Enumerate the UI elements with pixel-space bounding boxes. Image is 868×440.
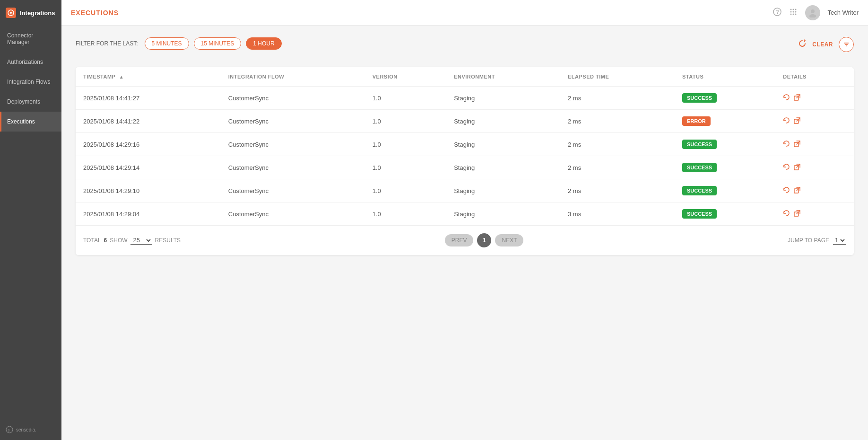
replay-icon[interactable] [783,210,790,218]
details-icons [783,186,846,195]
status-badge: SUCCESS [682,163,717,172]
sidebar-item-integration-flows[interactable]: Integration Flows [0,72,61,92]
sidebar-item-label: Connector Manager [7,32,33,45]
cell-version: 1.0 [365,156,446,179]
cell-timestamp: 2025/01/08 14:29:04 [76,202,221,226]
header-actions: ? [773,5,859,20]
status-badge: SUCCESS [682,140,717,149]
cell-integration-flow: CustomerSync [221,156,365,179]
open-icon[interactable] [794,187,800,195]
sidebar-item-label: Executions [7,118,35,125]
cell-integration-flow: CustomerSync [221,133,365,156]
cell-elapsed-time: 2 ms [560,133,675,156]
sidebar-item-executions[interactable]: Executions [0,112,61,132]
svg-text:?: ? [776,9,779,15]
sidebar-item-authorizations[interactable]: Authorizations [0,52,61,72]
cell-integration-flow: CustomerSync [221,202,365,226]
jump-page-select[interactable]: 1 [833,236,846,245]
sidebar-item-deployments[interactable]: Deployments [0,92,61,112]
cell-version: 1.0 [365,133,446,156]
cell-details [775,202,854,226]
svg-point-8 [795,9,796,10]
table-row: 2025/01/08 14:29:14 CustomerSync 1.0 Sta… [76,156,854,179]
help-icon[interactable]: ? [773,8,781,18]
app-logo: Integrations [0,0,61,26]
filter-5min-button[interactable]: 5 MINUTES [145,37,189,50]
cell-elapsed-time: 2 ms [560,87,675,110]
open-icon[interactable] [794,117,800,125]
sort-icon: ▲ [119,74,124,79]
status-badge: ERROR [682,116,711,126]
details-icons [783,94,846,102]
next-button[interactable]: NEXT [495,234,523,246]
show-per-page-select[interactable]: 25 10 50 100 [130,236,152,245]
cell-elapsed-time: 2 ms [560,156,675,179]
page-title: EXECUTIONS [71,9,773,17]
svg-point-1 [10,12,12,14]
table-row: 2025/01/08 14:41:22 CustomerSync 1.0 Sta… [76,110,854,133]
col-environment: ENVIRONMENT [446,67,560,87]
replay-icon[interactable] [783,94,790,102]
refresh-icon[interactable] [798,39,807,50]
avatar[interactable] [805,5,820,20]
cell-environment: Staging [446,156,560,179]
details-icons [783,163,846,172]
svg-point-12 [790,13,791,15]
app-title: Integrations [20,9,55,17]
filter-1hour-button[interactable]: 1 HOUR [246,37,281,50]
username-label: Tech Writer [828,9,859,16]
open-icon[interactable] [794,210,800,218]
jump-to-page: JUMP TO PAGE 1 [788,236,846,245]
details-icons [783,210,846,218]
open-icon[interactable] [794,164,800,172]
sidebar-item-label: Authorizations [7,59,43,65]
sidebar-footer: S sensedia. [0,419,61,440]
prev-button[interactable]: PREV [445,234,474,246]
grid-icon[interactable] [789,8,798,18]
sidebar-nav: Connector Manager Authorizations Integra… [0,26,61,419]
cell-details [775,156,854,179]
table-row: 2025/01/08 14:29:10 CustomerSync 1.0 Sta… [76,179,854,202]
cell-environment: Staging [446,202,560,226]
replay-icon[interactable] [783,186,790,195]
sidebar: Integrations Connector Manager Authoriza… [0,0,61,440]
table-toolbar: CLEAR [798,37,854,60]
cell-timestamp: 2025/01/08 14:29:10 [76,179,221,202]
cell-integration-flow: CustomerSync [221,87,365,110]
cell-details [775,133,854,156]
col-elapsed-time: ELAPSED TIME [560,67,675,87]
table-row: 2025/01/08 14:29:16 CustomerSync 1.0 Sta… [76,133,854,156]
cell-details [775,179,854,202]
details-icons [783,117,846,125]
svg-point-11 [795,11,796,12]
replay-icon[interactable] [783,117,790,125]
cell-environment: Staging [446,179,560,202]
col-timestamp[interactable]: TIMESTAMP ▲ [76,67,221,87]
filter-options-button[interactable] [839,37,854,52]
filter-label: FILTER FOR THE LAST: [76,40,138,47]
content-area: FILTER FOR THE LAST: 5 MINUTES 15 MINUTE… [61,26,868,440]
sidebar-item-connector-manager[interactable]: Connector Manager [0,26,61,52]
pagination-bar: TOTAL 6 SHOW 25 10 50 100 RESULTS PREV 1… [76,225,854,255]
filter-15min-button[interactable]: 15 MINUTES [194,37,242,50]
replay-icon[interactable] [783,163,790,172]
cell-status: ERROR [675,110,775,133]
cell-status: SUCCESS [675,87,775,110]
total-label: TOTAL [83,237,101,244]
results-label: RESULTS [155,237,181,244]
open-icon[interactable] [794,141,800,149]
jump-label: JUMP TO PAGE [788,237,829,244]
status-badge: SUCCESS [682,209,717,219]
cell-status: SUCCESS [675,133,775,156]
pagination-controls: PREV 1 NEXT [181,233,788,247]
replay-icon[interactable] [783,140,790,149]
cell-status: SUCCESS [675,156,775,179]
cell-integration-flow: CustomerSync [221,110,365,133]
status-badge: SUCCESS [682,93,717,103]
open-icon[interactable] [794,94,800,102]
col-status: STATUS [675,67,775,87]
main-content: EXECUTIONS ? [61,0,868,440]
page-1-button[interactable]: 1 [477,233,491,247]
clear-button[interactable]: CLEAR [812,41,833,48]
svg-point-13 [792,13,794,15]
